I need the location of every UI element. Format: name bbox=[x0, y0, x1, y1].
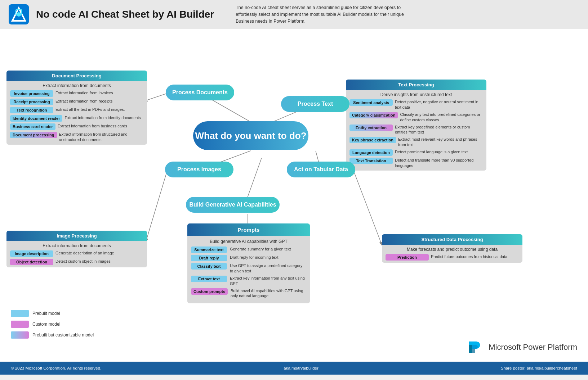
svg-line-8 bbox=[247, 158, 262, 198]
prompts-header: Prompts bbox=[187, 223, 310, 236]
tag-prediction: Prediction bbox=[386, 254, 429, 261]
desc-keyphrase: Extract most relevant key words and phra… bbox=[398, 137, 483, 148]
legend: Prebuilt model Custom model Prebuilt but… bbox=[11, 310, 94, 339]
structured-data-rows: Prediction Predict future outcomes from … bbox=[386, 254, 519, 261]
text-row-2: Entity extraction Extract key predefined… bbox=[349, 125, 483, 135]
pp-logo-area: Microsoft Power Platform bbox=[466, 338, 577, 357]
desc-identity: Extract information from identity docume… bbox=[64, 115, 141, 121]
text-processing-body: Derive insights from unstructured text S… bbox=[346, 90, 486, 170]
process-text-oval: Process Text bbox=[281, 96, 349, 112]
image-processing-subtitle: Extract information from documents bbox=[10, 243, 143, 248]
doc-processing-rows: Invoice processing Extract information f… bbox=[10, 90, 143, 142]
footer-link[interactable]: aka.ms/tryaibuilder bbox=[284, 366, 318, 370]
image-processing-rows: Image description Generate description o… bbox=[10, 250, 143, 265]
doc-processing-subtitle: Extract information from documents bbox=[10, 83, 143, 88]
prompt-row-3: Extract text Extract key information fro… bbox=[191, 276, 306, 286]
doc-row-2: Text recognition Extract all the text in… bbox=[10, 107, 143, 113]
power-platform-icon bbox=[466, 338, 484, 357]
svg-line-11 bbox=[146, 169, 168, 241]
svg-line-9 bbox=[144, 93, 168, 101]
text-row-1: Category classification Classify any tex… bbox=[349, 112, 483, 123]
prompt-row-0: Summarize text Generate summary for a gi… bbox=[191, 246, 306, 253]
tag-objdetect: Object detection bbox=[10, 259, 53, 265]
tag-entity: Entity extraction bbox=[349, 125, 393, 131]
legend-item-blue: Prebuilt model bbox=[11, 310, 94, 317]
desc-imgdesc: Generate description of an image bbox=[55, 250, 114, 256]
desc-classify: Use GPT to assign a predefined category … bbox=[230, 263, 306, 274]
desc-entity: Extract key predefined elements or custo… bbox=[395, 125, 483, 135]
doc-processing-header: Document Processing bbox=[6, 71, 147, 81]
structured-data-box: Structured Data Processing Make forecast… bbox=[382, 234, 522, 263]
legend-item-gradient: Prebuilt but customizable model bbox=[11, 331, 94, 339]
footer: © 2023 Microsoft Corporation. All rights… bbox=[0, 362, 588, 375]
doc-row-1: Receipt processing Extract information f… bbox=[10, 99, 143, 105]
img-row-1: Object detection Detect custom object in… bbox=[10, 259, 143, 265]
text-row-0: Sentiment analysis Detect positive, nega… bbox=[349, 99, 483, 110]
doc-processing-body: Extract information from documents Invoi… bbox=[6, 81, 147, 145]
main-content: Document Processing Extract information … bbox=[0, 29, 588, 375]
main-oval: What do you want to do? bbox=[193, 121, 308, 150]
desc-translate: Detect and translate more than 90 suppor… bbox=[395, 158, 483, 168]
process-documents-oval: Process Documents bbox=[166, 85, 234, 100]
doc-row-5: Document processing Extract information … bbox=[10, 132, 143, 142]
desc-objdetect: Detect custom object in images bbox=[55, 259, 111, 264]
img-row-0: Image description Generate description o… bbox=[10, 250, 143, 257]
legend-item-purple: Custom model bbox=[11, 321, 94, 328]
desc-prediction: Predict future outcomes from historical … bbox=[431, 254, 507, 259]
text-processing-header: Text Processing bbox=[346, 80, 486, 90]
doc-processing-box: Document Processing Extract information … bbox=[6, 71, 147, 145]
text-processing-rows: Sentiment analysis Detect positive, nega… bbox=[349, 99, 483, 168]
ai-builder-logo bbox=[9, 4, 29, 24]
tag-custom: Custom prompts bbox=[191, 288, 228, 295]
tag-extract: Extract text bbox=[191, 276, 227, 282]
prompts-body: Build generative AI capabilities with GP… bbox=[187, 236, 310, 303]
prompts-box: Prompts Build generative AI capabilities… bbox=[187, 223, 310, 303]
desc-textrecog: Extract all the text in PDFs and images. bbox=[55, 107, 125, 112]
structured-data-body: Make forecasts and predict outcome using… bbox=[382, 245, 522, 263]
header: No code AI Cheat Sheet by AI Builder The… bbox=[0, 0, 588, 29]
page-title: No code AI Cheat Sheet by AI Builder bbox=[36, 9, 214, 20]
desc-summarize: Generate summary for a given text bbox=[230, 246, 291, 252]
image-processing-box: Image Processing Extract information fro… bbox=[6, 231, 147, 267]
legend-swatch-blue bbox=[11, 310, 29, 317]
tag-imgdesc: Image description bbox=[10, 250, 53, 257]
legend-swatch-purple bbox=[11, 321, 29, 328]
text-processing-box: Text Processing Derive insights from uns… bbox=[346, 80, 486, 170]
desc-draft: Draft reply for incoming text bbox=[230, 255, 279, 260]
image-processing-header: Image Processing bbox=[6, 231, 147, 241]
footer-share: Share poster: aka.ms/aibuildercheatsheet bbox=[501, 366, 577, 370]
desc-docproc: Extract information from structured and … bbox=[59, 132, 143, 142]
tag-classify: Classify text bbox=[191, 263, 227, 270]
structured-data-header: Structured Data Processing bbox=[382, 234, 522, 245]
svg-point-2 bbox=[17, 12, 21, 17]
desc-category: Classify any text into predefined catego… bbox=[400, 112, 483, 123]
text-row-4: Language detection Detect prominent lang… bbox=[349, 149, 483, 156]
header-description: The no-code AI cheat sheet serves as a s… bbox=[236, 4, 423, 24]
text-processing-subtitle: Derive insights from unstructured text bbox=[349, 92, 483, 97]
doc-row-3: Identity document reader Extract informa… bbox=[10, 115, 143, 122]
legend-label-gradient: Prebuilt but customizable model bbox=[32, 332, 94, 338]
text-row-5: Text Translation Detect and translate mo… bbox=[349, 158, 483, 168]
svg-line-12 bbox=[353, 169, 382, 245]
prompt-row-1: Draft reply Draft reply for incoming tex… bbox=[191, 255, 306, 261]
tag-bizcard: Business card reader bbox=[10, 123, 55, 130]
doc-row-4: Business card reader Extract information… bbox=[10, 123, 143, 130]
tag-textrecog: Text recognition bbox=[10, 107, 53, 113]
prompt-row-4: Custom prompts Build novel AI capabiliti… bbox=[191, 288, 306, 299]
act-tabular-oval: Act on Tabular Data bbox=[287, 162, 355, 177]
tag-sentiment: Sentiment analysis bbox=[349, 99, 393, 106]
pp-logo-text: Microsoft Power Platform bbox=[489, 343, 577, 352]
tag-keyphrase: Key phrase extraction bbox=[349, 137, 396, 143]
desc-langdetect: Detect prominent language is a given tex… bbox=[395, 149, 468, 155]
desc-custom: Build novel AI capabilities with GPT usi… bbox=[231, 288, 306, 299]
desc-bizcard: Extract information from business cards bbox=[58, 123, 127, 129]
doc-row-0: Invoice processing Extract information f… bbox=[10, 90, 143, 97]
prompts-subtitle: Build generative AI capabilities with GP… bbox=[191, 239, 306, 244]
legend-label-purple: Custom model bbox=[32, 322, 60, 327]
structured-data-subtitle: Make forecasts and predict outcome using… bbox=[386, 247, 519, 252]
build-gen-ai-oval: Build Generative AI Capabilities bbox=[186, 197, 280, 213]
tag-translate: Text Translation bbox=[349, 158, 393, 164]
text-row-3: Key phrase extraction Extract most relev… bbox=[349, 137, 483, 148]
desc-receipt: Extract information from receipts bbox=[55, 99, 112, 104]
tag-langdetect: Language detection bbox=[349, 149, 393, 156]
